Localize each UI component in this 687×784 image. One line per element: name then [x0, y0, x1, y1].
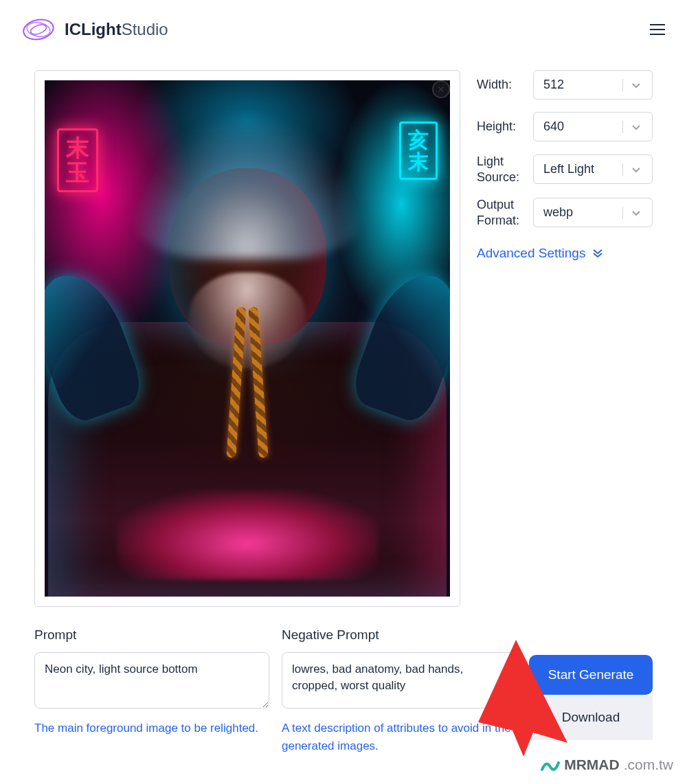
neon-sign-left: 末 玉: [57, 128, 98, 192]
prompt-field: Prompt The main foreground image to be r…: [34, 627, 269, 754]
height-control: Height: 640: [477, 112, 653, 141]
prompt-help: The main foreground image to be relighte…: [34, 719, 269, 737]
output-format-control: Output Format: webp: [477, 197, 653, 228]
prompt-label: Prompt: [34, 627, 269, 643]
figure-rope: [189, 307, 306, 465]
double-chevron-down-icon: [592, 248, 603, 259]
watermark: MRMAD.com.tw: [541, 757, 673, 773]
image-preview-box: ✕ 末 玉 亥 末: [34, 70, 460, 607]
bottom-area: Prompt The main foreground image to be r…: [0, 607, 687, 754]
header: ICLightStudio: [0, 0, 687, 54]
light-source-label: Light Source:: [477, 154, 525, 185]
close-icon[interactable]: ✕: [432, 80, 450, 98]
light-source-select[interactable]: Left Light: [533, 154, 653, 184]
chevron-down-icon: [622, 163, 649, 176]
light-source-control: Light Source: Left Light: [477, 154, 653, 185]
prompt-input[interactable]: [34, 652, 269, 708]
advanced-settings-link[interactable]: Advanced Settings: [477, 246, 653, 261]
menu-icon[interactable]: [650, 24, 665, 35]
main-area: ✕ 末 玉 亥 末 Width: 512: [0, 54, 687, 607]
logo-swirl-icon: [22, 16, 55, 43]
width-label: Width:: [477, 77, 525, 93]
brand-text: ICLightStudio: [65, 20, 168, 39]
neon-sign-right: 亥 末: [399, 122, 438, 180]
chevron-down-icon: [622, 121, 649, 133]
output-format-select[interactable]: webp: [533, 198, 653, 227]
watermark-logo-icon: [541, 757, 560, 772]
chevron-down-icon: [622, 79, 649, 91]
width-control: Width: 512: [477, 70, 653, 100]
image-column: ✕ 末 玉 亥 末: [34, 70, 460, 607]
svg-marker-3: [478, 640, 567, 757]
height-select[interactable]: 640: [533, 112, 653, 141]
chevron-down-icon: [622, 207, 649, 219]
height-label: Height:: [477, 119, 525, 135]
output-format-label: Output Format:: [477, 197, 525, 228]
svg-point-2: [30, 23, 48, 36]
pointer-arrow-icon: [478, 640, 567, 757]
logo[interactable]: ICLightStudio: [22, 16, 168, 43]
width-select[interactable]: 512: [533, 70, 653, 100]
image-preview[interactable]: 末 玉 亥 末: [45, 80, 450, 597]
controls-panel: Width: 512 Height: 640 Light Source: Lef…: [477, 70, 653, 607]
